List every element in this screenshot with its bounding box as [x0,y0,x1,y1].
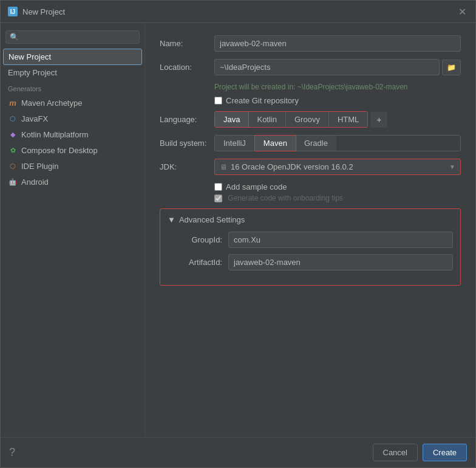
location-label: Location: [160,63,214,72]
sidebar-item-maven-archetype[interactable]: m Maven Archetype [1,95,144,111]
ide-label: IDE Plugin [21,162,58,171]
location-input[interactable] [214,59,440,75]
jdk-computer-icon: 🖥 [220,163,227,171]
create-button[interactable]: Create [423,444,467,461]
artifactid-row: ArtifactId: [168,254,453,270]
onboarding-checkbox[interactable] [214,194,222,202]
search-wrap[interactable]: 🔍 [5,30,140,44]
footer-buttons: Cancel Create [373,444,467,461]
jdk-label: JDK: [160,162,214,171]
git-checkbox[interactable] [214,97,222,105]
kotlin-icon: ◆ [8,129,18,139]
name-control [214,35,461,52]
name-input[interactable] [214,35,461,52]
content-area: 🔍 New Project Empty Project Generators m… [1,23,475,437]
close-button[interactable]: ✕ [456,5,468,18]
folder-button[interactable]: 📁 [442,60,461,75]
maven-icon: m [8,98,18,108]
compose-icon: ✿ [8,145,18,155]
onboarding-row: Generate code with onboarding tips [214,194,461,202]
empty-project-label: Empty Project [8,68,57,77]
titlebar: IJ New Project ✕ [1,1,475,23]
sidebar-item-kotlin-multiplatform[interactable]: ◆ Kotlin Multiplatform [1,126,144,142]
build-label: Build system: [160,139,214,148]
build-control: IntelliJ Maven Gradle [214,135,461,151]
javafx-label: JavaFX [21,114,48,123]
name-row: Name: [160,35,461,52]
advanced-settings-header[interactable]: ▼ Advanced Settings [168,215,453,224]
build-group: IntelliJ Maven Gradle [214,135,461,151]
sidebar-item-javafx[interactable]: ⬡ JavaFX [1,111,144,126]
ide-icon: ⬡ [8,161,18,171]
generators-label: Generators [1,80,144,95]
name-label: Name: [160,39,214,48]
lang-groovy-btn[interactable]: Groovy [286,112,329,127]
sample-code-checkbox[interactable] [214,183,222,191]
advanced-settings-section: ▼ Advanced Settings GroupId: ArtifactId: [160,208,461,286]
lang-html-btn[interactable]: HTML [329,112,367,127]
collapse-icon: ▼ [168,215,175,224]
maven-archetype-label: Maven Archetype [21,98,82,108]
search-bar: 🔍 [1,28,144,49]
kotlin-label: Kotlin Multiplatform [21,130,89,139]
language-row: Language: Java Kotlin Groovy HTML + [160,111,461,128]
jdk-select[interactable]: 16 Oracle OpenJDK version 16.0.2 [231,162,446,171]
titlebar-left: IJ New Project [8,7,65,16]
groupid-label: GroupId: [168,235,228,244]
lang-java-btn[interactable]: Java [214,111,249,128]
advanced-settings-label: Advanced Settings [179,215,245,224]
sidebar-item-ide-plugin[interactable]: ⬡ IDE Plugin [1,158,144,174]
language-label: Language: [160,115,214,124]
onboarding-label: Generate code with onboarding tips [228,194,342,202]
lang-add-button[interactable]: + [370,112,387,128]
javafx-icon: ⬡ [8,114,18,123]
location-control: 📁 [214,59,461,75]
new-project-dialog: IJ New Project ✕ 🔍 New Project Empty Pro… [0,0,476,468]
android-icon: 🤖 [8,177,18,187]
groupid-input[interactable] [228,232,453,248]
git-checkbox-row[interactable]: Create Git repository [214,96,461,105]
groupid-row: GroupId: [168,232,453,248]
git-checkbox-label: Create Git repository [226,96,299,105]
artifactid-input[interactable] [228,254,453,270]
help-button[interactable]: ? [9,446,15,459]
build-maven-btn[interactable]: Maven [254,135,296,151]
artifactid-label: ArtifactId: [168,258,228,267]
search-icon: 🔍 [10,33,19,41]
sidebar: 🔍 New Project Empty Project Generators m… [1,23,145,437]
location-hint: Project will be created in: ~\IdeaProjec… [214,83,461,91]
build-intellij-btn[interactable]: IntelliJ [215,136,255,151]
chevron-down-icon: ▼ [449,163,455,170]
location-row: Location: 📁 [160,59,461,75]
sidebar-item-new-project[interactable]: New Project [3,49,142,65]
build-gradle-btn[interactable]: Gradle [296,136,336,151]
footer: ? Cancel Create [1,437,475,467]
sample-code-label: Add sample code [226,182,287,191]
lang-kotlin-btn[interactable]: Kotlin [248,112,286,127]
jdk-select-wrap[interactable]: 🖥 16 Oracle OpenJDK version 16.0.2 ▼ [214,159,461,175]
android-label: Android [21,177,49,187]
sample-code-row[interactable]: Add sample code [214,182,461,191]
build-row: Build system: IntelliJ Maven Gradle [160,135,461,151]
jdk-row: JDK: 🖥 16 Oracle OpenJDK version 16.0.2 … [160,159,461,175]
compose-label: Compose for Desktop [21,146,98,155]
sidebar-item-compose-desktop[interactable]: ✿ Compose for Desktop [1,142,144,158]
search-input[interactable] [21,33,135,41]
new-project-label: New Project [8,52,51,61]
sidebar-item-empty-project[interactable]: Empty Project [1,65,144,80]
titlebar-title: New Project [22,7,65,16]
app-icon: IJ [8,7,18,16]
sidebar-item-android[interactable]: 🤖 Android [1,174,144,190]
cancel-button[interactable]: Cancel [373,444,418,461]
language-group: Java Kotlin Groovy HTML [214,111,368,128]
main-panel: Name: Location: 📁 Project will be create… [145,23,475,437]
language-control: Java Kotlin Groovy HTML + [214,111,461,128]
